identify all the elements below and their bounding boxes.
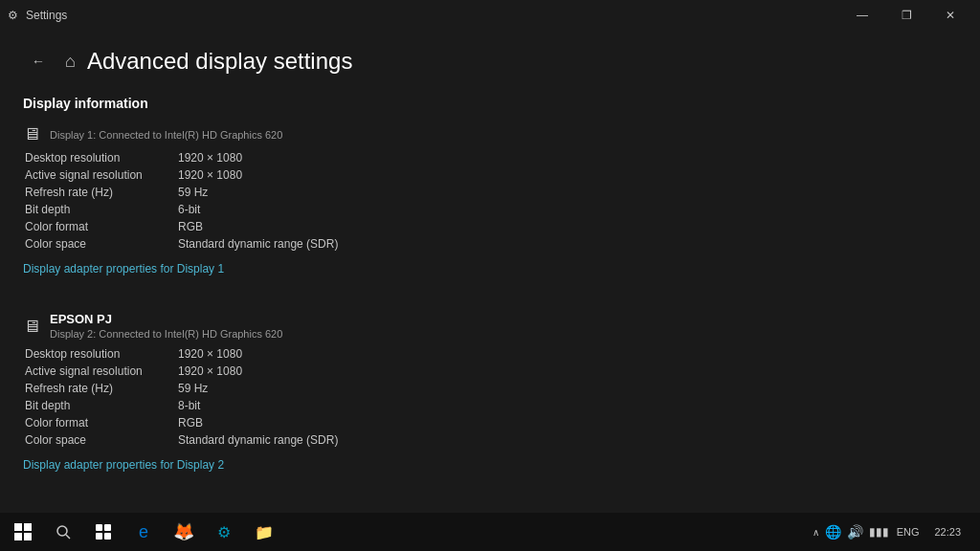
monitor1-icon: 🖥 <box>23 124 40 144</box>
d1-bit-depth-value: 6-bit <box>178 202 957 217</box>
d1-bit-depth-label: Bit depth <box>25 202 178 217</box>
minimize-button[interactable]: — <box>840 0 884 31</box>
language-indicator[interactable]: ENG <box>893 526 924 538</box>
taskbar-clock[interactable]: 22:23 <box>926 525 969 539</box>
display1-block: 🖥 Display 1: Connected to Intel(R) HD Gr… <box>23 124 957 293</box>
display1-header: 🖥 Display 1: Connected to Intel(R) HD Gr… <box>23 124 957 144</box>
folder-taskbar-icon[interactable]: 📁 <box>245 513 283 551</box>
main-content: ← ⌂ Advanced display settings Display in… <box>0 31 980 513</box>
page-header: ← ⌂ Advanced display settings <box>23 46 957 77</box>
svg-rect-7 <box>104 524 111 531</box>
d1-color-space-label: Color space <box>25 236 178 252</box>
display1-name-block: Display 1: Connected to Intel(R) HD Grap… <box>50 127 282 142</box>
display2-name: EPSON PJ <box>50 312 282 326</box>
task-view-button[interactable] <box>84 513 122 551</box>
display2-header: 🖥 EPSON PJ Display 2: Connected to Intel… <box>23 312 957 341</box>
systray-up-icon[interactable]: ∧ <box>813 527 819 538</box>
svg-rect-0 <box>14 523 22 531</box>
d2-bit-depth-value: 8-bit <box>178 398 957 413</box>
search-button[interactable] <box>44 513 82 551</box>
titlebar-title: Settings <box>26 9 67 22</box>
d1-desktop-res-label: Desktop resolution <box>25 150 178 165</box>
d2-desktop-res-label: Desktop resolution <box>25 346 178 362</box>
display2-adapter-link[interactable]: Display adapter properties for Display 2 <box>23 458 224 472</box>
d2-active-signal-label: Active signal resolution <box>25 364 178 379</box>
svg-rect-6 <box>96 524 102 531</box>
taskbar: e 🦊 ⚙ 📁 ∧ 🌐 🔊 ▮▮▮ ENG 22:23 <box>0 513 980 551</box>
start-button[interactable] <box>4 513 42 551</box>
settings-taskbar-icon[interactable]: ⚙ <box>205 513 243 551</box>
settings-icon: ⚙ <box>8 9 18 22</box>
svg-line-5 <box>66 535 70 539</box>
display1-subtitle: Display 1: Connected to Intel(R) HD Grap… <box>50 129 282 141</box>
svg-rect-8 <box>96 533 102 540</box>
section-title: Display information <box>23 96 957 111</box>
svg-rect-1 <box>24 523 32 531</box>
d2-color-space-label: Color space <box>25 432 178 448</box>
d1-color-format-value: RGB <box>178 219 957 234</box>
display2-name-block: EPSON PJ Display 2: Connected to Intel(R… <box>50 312 282 341</box>
display2-block: 🖥 EPSON PJ Display 2: Connected to Intel… <box>23 312 957 489</box>
d2-active-signal-value: 1920 × 1080 <box>178 364 957 379</box>
close-button[interactable]: ✕ <box>928 0 972 31</box>
battery-icon[interactable]: ▮▮▮ <box>869 525 889 539</box>
d1-refresh-label: Refresh rate (Hz) <box>25 185 178 200</box>
d2-desktop-res-value: 1920 × 1080 <box>178 346 957 362</box>
title-bar: ⚙ Settings — ❐ ✕ <box>0 0 980 31</box>
d1-color-format-label: Color format <box>25 219 178 234</box>
display1-info-table: Desktop resolution 1920 × 1080 Active si… <box>23 150 957 252</box>
display1-adapter-link[interactable]: Display adapter properties for Display 1 <box>23 262 224 276</box>
monitor2-icon: 🖥 <box>23 317 40 337</box>
back-button[interactable]: ← <box>23 46 54 77</box>
firefox-icon[interactable]: 🦊 <box>165 513 203 551</box>
svg-point-4 <box>57 526 67 536</box>
svg-rect-9 <box>104 533 111 540</box>
d2-bit-depth-label: Bit depth <box>25 398 178 413</box>
d2-refresh-value: 59 Hz <box>178 381 957 396</box>
speaker-icon[interactable]: 🔊 <box>847 524 863 540</box>
svg-rect-3 <box>24 533 32 540</box>
d2-color-space-value: Standard dynamic range (SDR) <box>178 432 957 448</box>
svg-rect-2 <box>14 533 22 540</box>
taskbar-right: ∧ 🌐 🔊 ▮▮▮ ENG 22:23 <box>813 524 976 540</box>
titlebar-controls: — ❐ ✕ <box>840 0 972 31</box>
edge-icon[interactable]: e <box>124 513 163 551</box>
d1-active-signal-value: 1920 × 1080 <box>178 167 957 183</box>
d2-color-format-value: RGB <box>178 415 957 430</box>
d2-color-format-label: Color format <box>25 415 178 430</box>
titlebar-left: ⚙ Settings <box>8 9 67 22</box>
taskbar-left: e 🦊 ⚙ 📁 <box>4 513 283 551</box>
systray: ∧ 🌐 🔊 ▮▮▮ <box>813 524 889 540</box>
display2-subtitle: Display 2: Connected to Intel(R) HD Grap… <box>50 328 282 340</box>
restore-button[interactable]: ❐ <box>884 0 928 31</box>
d1-active-signal-label: Active signal resolution <box>25 167 178 183</box>
display2-info-table: Desktop resolution 1920 × 1080 Active si… <box>23 346 957 448</box>
d1-color-space-value: Standard dynamic range (SDR) <box>178 236 957 252</box>
network-icon[interactable]: 🌐 <box>825 524 841 540</box>
d1-refresh-value: 59 Hz <box>178 185 957 200</box>
page-title: Advanced display settings <box>87 48 353 75</box>
home-icon: ⌂ <box>65 52 76 72</box>
clock-time: 22:23 <box>934 525 961 539</box>
d1-desktop-res-value: 1920 × 1080 <box>178 150 957 165</box>
d2-refresh-label: Refresh rate (Hz) <box>25 381 178 396</box>
